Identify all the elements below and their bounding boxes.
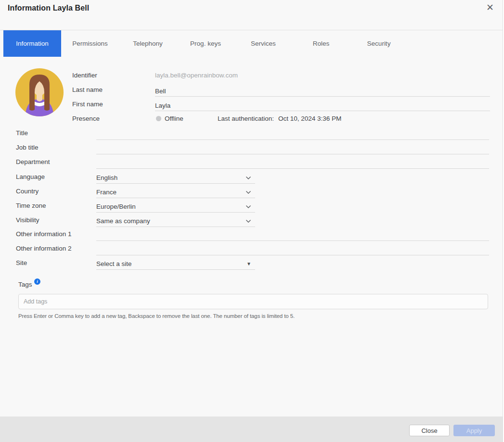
- job-title-input[interactable]: [96, 143, 489, 154]
- site-value: Select a site: [96, 260, 132, 267]
- tab-prog-keys[interactable]: Prog. keys: [177, 30, 234, 57]
- tab-bar: Information Permissions Telephony Prog. …: [0, 30, 503, 56]
- add-tags-input[interactable]: [18, 294, 488, 309]
- last-name-label: Last name: [72, 86, 103, 93]
- site-select[interactable]: Select a site ▼: [96, 258, 255, 270]
- apply-button[interactable]: Apply: [453, 425, 495, 436]
- last-authentication-value: Oct 10, 2024 3:36 PM: [278, 115, 341, 122]
- department-input[interactable]: [96, 158, 489, 169]
- other-information-2-label: Other information 2: [16, 245, 72, 252]
- tags-help-text: Press Enter or Comma key to add a new ta…: [18, 313, 295, 319]
- close-icon[interactable]: ✕: [484, 2, 496, 13]
- timezone-select[interactable]: Europe/Berlin: [96, 201, 255, 213]
- caret-down-icon: ▼: [246, 261, 251, 266]
- user-info-dialog: Information Layla Bell ✕ Information Per…: [0, 0, 503, 442]
- info-icon[interactable]: i: [34, 278, 40, 285]
- identifier-label: Identifier: [72, 72, 97, 79]
- tab-services[interactable]: Services: [234, 30, 292, 57]
- avatar: [15, 68, 64, 116]
- language-label: Language: [16, 173, 45, 180]
- tags-label: Tags: [18, 281, 32, 288]
- timezone-value: Europe/Berlin: [96, 203, 136, 210]
- chevron-down-icon: [246, 190, 251, 194]
- presence-label: Presence: [72, 115, 100, 122]
- country-value: France: [96, 189, 116, 196]
- title-label: Title: [16, 129, 28, 137]
- dialog-footer: Close Apply: [0, 417, 503, 442]
- tab-permissions[interactable]: Permissions: [61, 30, 119, 57]
- other-information-1-label: Other information 1: [16, 230, 72, 238]
- tab-security[interactable]: Security: [350, 30, 408, 57]
- visibility-value: Same as company: [96, 217, 150, 225]
- country-select[interactable]: France: [96, 187, 255, 198]
- other-information-1-input[interactable]: [96, 230, 489, 241]
- language-select[interactable]: English: [96, 172, 255, 184]
- tab-roles[interactable]: Roles: [292, 30, 350, 57]
- language-value: English: [96, 174, 117, 181]
- title-input[interactable]: [96, 129, 489, 140]
- tab-information[interactable]: Information: [3, 30, 61, 57]
- chevron-down-icon: [246, 176, 251, 180]
- visibility-label: Visibility: [16, 216, 39, 224]
- presence-status: Offline: [165, 115, 183, 122]
- dialog-title: Information Layla Bell: [8, 4, 89, 13]
- identifier-value: layla.bell@openrainbow.com: [155, 72, 238, 79]
- tab-telephony[interactable]: Telephony: [119, 30, 177, 57]
- avatar-image: [15, 68, 64, 116]
- first-name-input[interactable]: [155, 100, 490, 111]
- last-name-input[interactable]: [155, 86, 490, 97]
- chevron-down-icon: [246, 219, 251, 223]
- timezone-label: Time zone: [16, 202, 46, 209]
- department-label: Department: [16, 158, 50, 165]
- other-information-2-input[interactable]: [96, 244, 489, 255]
- visibility-select[interactable]: Same as company: [96, 215, 255, 227]
- site-label: Site: [16, 259, 27, 266]
- job-title-label: Job title: [16, 144, 39, 151]
- country-label: Country: [16, 188, 39, 195]
- chevron-down-icon: [246, 205, 251, 209]
- presence-offline-dot: [156, 116, 161, 121]
- last-authentication-label: Last authentication:: [218, 115, 274, 122]
- first-name-label: First name: [72, 101, 103, 108]
- close-button[interactable]: Close: [409, 425, 450, 436]
